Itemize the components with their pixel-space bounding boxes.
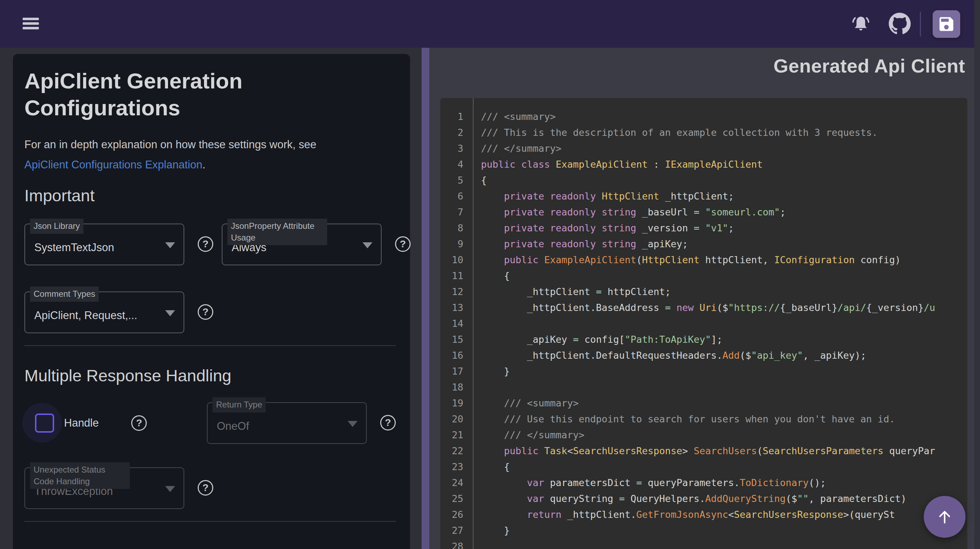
multiple-response-handling-row: Handle ? Return Type OneOf ? [24, 402, 396, 444]
notifications-bell-icon[interactable] [850, 13, 872, 35]
preview-panel: Generated Api Client 1/// <summary>2/// … [430, 48, 974, 549]
intro-suffix: . [202, 159, 205, 171]
app-window: ApiClient Generation Configurations For … [0, 0, 980, 549]
save-button[interactable] [932, 10, 960, 38]
return-type-value: OneOf [217, 420, 249, 433]
important-heading: Important [24, 186, 396, 205]
intro-text: For an in depth explanation on how these… [24, 138, 316, 151]
important-row-1: Json Library SystemTextJson ? JsonProper… [24, 224, 396, 265]
json-library-value: SystemTextJson [34, 241, 114, 254]
config-card: ApiClient Generation Configurations For … [13, 54, 410, 549]
page-scrollbar-track[interactable] [974, 0, 980, 549]
section-divider [24, 345, 396, 346]
topbar-divider [920, 12, 921, 37]
unexpected-status-code-handling-label: Unexpected Status Code Handling [30, 462, 130, 489]
arrow-up-icon [934, 506, 955, 527]
unexpected-status-row: Unexpected Status Code Handling ThrowExc… [24, 467, 396, 509]
handle-checkbox-group: Handle ? [24, 402, 207, 444]
return-type-select: Return Type OneOf [207, 402, 367, 444]
config-drawer: ApiClient Generation Configurations For … [0, 48, 422, 549]
json-library-select[interactable]: Json Library SystemTextJson [24, 224, 184, 265]
return-type-label: Return Type [213, 397, 266, 412]
important-row-2: Comment Types ApiClient, Request,... ? [24, 291, 396, 333]
top-app-bar [0, 0, 980, 48]
section-divider [24, 521, 396, 522]
hamburger-menu-icon[interactable] [22, 18, 40, 30]
unexpected-status-code-handling-select: Unexpected Status Code Handling ThrowExc… [24, 467, 184, 509]
chevron-down-icon [363, 242, 372, 248]
chevron-down-icon [165, 486, 175, 492]
handle-checkbox[interactable] [35, 414, 54, 433]
handle-help-icon[interactable]: ? [131, 415, 147, 431]
multiple-response-handling-heading: Multiple Response Handling [24, 366, 396, 385]
return-type-help-icon[interactable]: ? [380, 415, 396, 431]
jsonproperty-attribute-usage-help-icon[interactable]: ? [395, 236, 410, 252]
chevron-down-icon [348, 421, 358, 427]
generated-code-block: 1/// <summary>2/// This is the descripti… [440, 98, 967, 549]
github-icon[interactable] [889, 13, 911, 35]
chevron-down-icon [165, 310, 175, 316]
unexpected-status-code-help-icon[interactable]: ? [198, 480, 213, 496]
save-floppy-icon [937, 15, 956, 33]
scroll-to-top-button[interactable] [924, 496, 966, 538]
chevron-down-icon [165, 242, 175, 248]
json-library-label: Json Library [30, 219, 83, 234]
intro-paragraph: For an in depth explanation on how these… [24, 134, 378, 175]
code-lines: 1/// <summary>2/// This is the descripti… [440, 98, 967, 549]
config-title: ApiClient Generation Configurations [24, 68, 279, 122]
comment-types-help-icon[interactable]: ? [198, 304, 213, 320]
comment-types-value: ApiClient, Request,... [34, 309, 137, 322]
handle-checkbox-label: Handle [64, 417, 99, 430]
jsonproperty-attribute-usage-label: JsonProperty Attribute Usage [228, 219, 327, 245]
json-library-help-icon[interactable]: ? [198, 236, 213, 252]
drawer-scrollbar-thumb[interactable] [422, 48, 430, 549]
comment-types-select[interactable]: Comment Types ApiClient, Request,... [24, 291, 184, 333]
comment-types-label: Comment Types [30, 286, 99, 301]
configurations-explanation-link[interactable]: ApiClient Configurations Explanation [24, 159, 202, 171]
jsonproperty-attribute-usage-select[interactable]: JsonProperty Attribute Usage Always [222, 224, 382, 265]
preview-title: Generated Api Client [430, 55, 965, 77]
